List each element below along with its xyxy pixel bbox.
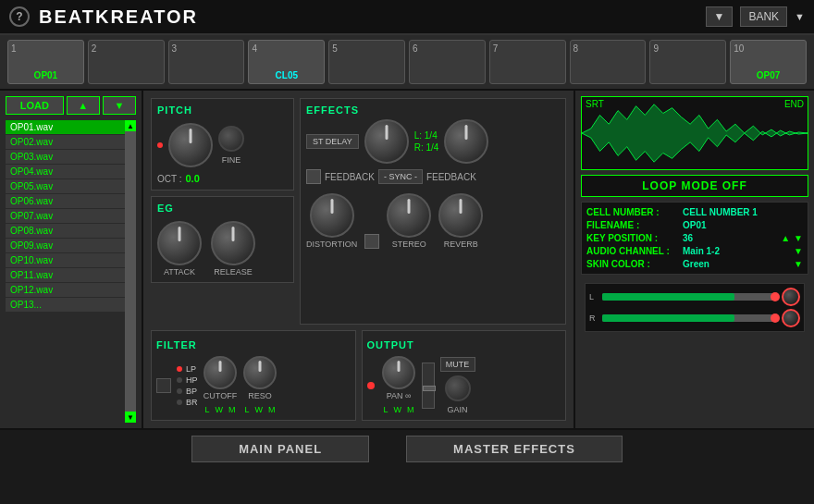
release-label: RELEASE [214, 267, 253, 277]
down-button[interactable]: ▼ [103, 96, 136, 115]
effects-btn2[interactable] [364, 234, 379, 249]
left-panel: LOAD ▲ ▼ OP01.wavOP02.wavOP03.wavOP04.wa… [0, 91, 143, 428]
reso-m-btn[interactable]: M [266, 404, 278, 415]
lp-led [177, 366, 182, 372]
key-position-row: KEY POSITION : 36 ▲ ▼ [586, 233, 803, 243]
file-item[interactable]: OP11.wav [6, 268, 125, 283]
master-effects-button[interactable]: MASTER EFFECTS [406, 436, 623, 462]
file-item[interactable]: OP07.wav [6, 209, 125, 224]
pitch-fine-knob[interactable] [218, 126, 244, 152]
pad-10[interactable]: 10 OP07 [730, 40, 807, 84]
file-item[interactable]: OP12.wav [6, 283, 125, 298]
scroll-up-button[interactable]: ▲ [125, 120, 136, 131]
reso-w-btn[interactable]: W [253, 404, 265, 415]
master-sliders: L R [581, 279, 808, 336]
filter-section: FILTER LP HP BP [151, 330, 356, 421]
pad-4[interactable]: 4 CL05 [248, 40, 325, 84]
reso-l-btn[interactable]: L [243, 404, 252, 415]
volume-l-knob[interactable] [782, 288, 800, 306]
load-button[interactable]: LOAD [6, 96, 64, 115]
file-item[interactable]: OP13... [6, 298, 125, 313]
pan-m-btn[interactable]: M [405, 404, 416, 415]
mute-button[interactable]: MUTE [440, 357, 475, 372]
pad-2[interactable]: 2 [88, 40, 165, 84]
pad-3[interactable]: 3 [168, 40, 245, 84]
gain-knob[interactable] [445, 375, 471, 401]
pad-5[interactable]: 5 [328, 40, 405, 84]
bank-arrow[interactable]: ▼ [795, 11, 805, 22]
release-knob[interactable] [211, 221, 255, 265]
file-item[interactable]: OP09.wav [6, 239, 125, 253]
volume-r-knob[interactable] [782, 309, 800, 327]
filter-toggle[interactable] [156, 378, 171, 393]
stereo-label: STEREO [392, 240, 426, 249]
key-position-up[interactable]: ▲ [781, 233, 790, 243]
level-l-fill [602, 293, 734, 301]
sync-button[interactable]: - SYNC - [378, 169, 423, 184]
file-item[interactable]: OP10.wav [6, 253, 125, 268]
cutoff-l-btn[interactable]: L [204, 404, 212, 415]
bank-dropdown-arrow[interactable]: ▼ [706, 6, 734, 27]
pad-9[interactable]: 9 [649, 40, 726, 84]
file-item[interactable]: OP05.wav [6, 179, 125, 194]
distortion-knob[interactable] [310, 193, 354, 238]
l-value: L: 1/4 [414, 130, 439, 141]
loop-mode-button[interactable]: LOOP MODE OFF [581, 175, 808, 197]
level-l-track[interactable] [602, 293, 778, 301]
effects-feedback-knob[interactable] [444, 119, 488, 164]
file-scrollbar[interactable]: ▲ ▼ [125, 120, 136, 423]
level-r-label: R [589, 313, 598, 323]
cutoff-m-btn[interactable]: M [227, 404, 238, 415]
distortion-label: DISTORTION [306, 240, 357, 249]
key-position-down[interactable]: ▼ [794, 233, 803, 243]
pan-l-btn[interactable]: L [382, 404, 390, 415]
effects-delay-knob[interactable] [364, 119, 409, 164]
br-led [177, 400, 182, 405]
bottom-row: FILTER LP HP BP [151, 330, 566, 421]
feedback2-label: FEEDBACK [426, 172, 476, 182]
eg-section: EG ATTACK RELEASE [151, 196, 294, 283]
main-panel-button[interactable]: MAIN PANEL [191, 436, 369, 462]
pad-1[interactable]: 1 OP01 [7, 40, 84, 84]
level-r-thumb[interactable] [771, 313, 780, 323]
pitch-main-knob[interactable] [168, 123, 213, 167]
audio-channel-dropdown[interactable]: ▼ [794, 246, 803, 256]
skin-color-dropdown[interactable]: ▼ [794, 259, 803, 269]
pan-knob[interactable] [382, 356, 415, 389]
reverb-knob[interactable] [438, 193, 483, 238]
pad-8[interactable]: 8 [570, 40, 647, 84]
output-fader[interactable] [422, 363, 435, 409]
app-title: BEATKREATOR [39, 6, 706, 28]
attack-knob[interactable] [157, 221, 202, 265]
file-item[interactable]: OP04.wav [6, 165, 125, 179]
bp-led [177, 388, 182, 394]
pan-w-btn[interactable]: W [392, 404, 404, 415]
file-item[interactable]: OP02.wav [6, 135, 125, 150]
pad-6[interactable]: 6 [409, 40, 486, 84]
cutoff-w-btn[interactable]: W [214, 404, 226, 415]
up-button[interactable]: ▲ [67, 96, 100, 115]
file-item[interactable]: OP03.wav [6, 150, 125, 165]
effects-section: EFFECTS ST DELAY L: 1/4 R: 1/4 FEEDBACK … [300, 98, 566, 325]
right-panel: SRT END LOOP MODE OFF CELL NUMBER : CELL… [574, 91, 814, 428]
effects-toggle-btn[interactable] [306, 169, 321, 184]
level-l-thumb[interactable] [771, 292, 780, 301]
attack-label: ATTACK [164, 267, 195, 277]
file-item[interactable]: OP08.wav [6, 224, 125, 239]
cutoff-knob[interactable] [204, 356, 237, 389]
filter-label: FILTER [156, 339, 197, 350]
level-r-track[interactable] [602, 314, 778, 322]
file-item[interactable]: OP01.wav [6, 120, 125, 135]
bank-button[interactable]: BANK [740, 6, 787, 27]
hp-led [177, 377, 182, 383]
fine-label: FINE [218, 155, 244, 165]
file-item[interactable]: OP06.wav [6, 194, 125, 209]
st-delay-button[interactable]: ST DELAY [306, 134, 359, 149]
reso-knob[interactable] [243, 356, 277, 389]
pad-7[interactable]: 7 [489, 40, 566, 84]
audio-channel-value: Main 1-2 [683, 246, 790, 256]
help-button[interactable]: ? [9, 6, 30, 27]
stereo-knob[interactable] [387, 193, 431, 238]
scroll-down-button[interactable]: ▼ [125, 412, 136, 423]
skin-color-value: Green [683, 259, 790, 269]
